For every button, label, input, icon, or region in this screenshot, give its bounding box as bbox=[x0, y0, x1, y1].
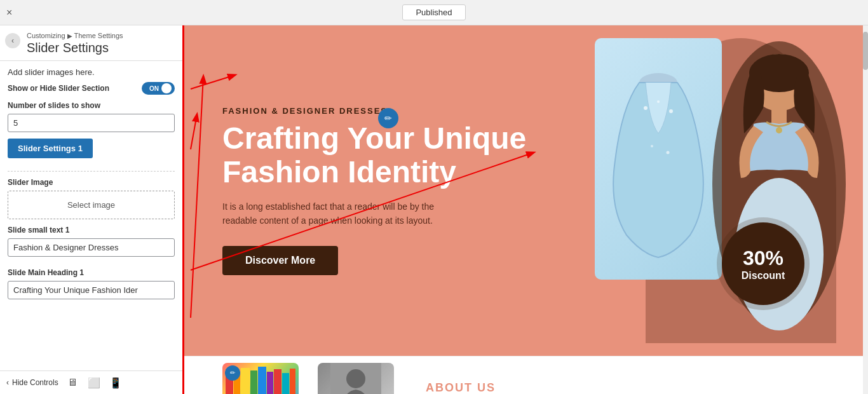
slide-small-text-input[interactable] bbox=[8, 238, 175, 257]
svg-rect-23 bbox=[282, 373, 289, 395]
breadcrumb-theme-settings[interactable]: Theme Settings bbox=[74, 32, 123, 39]
svg-rect-21 bbox=[267, 372, 273, 395]
bottom-controls-bar: ‹ Hide Controls 🖥 ⬜ 📱 bbox=[0, 370, 182, 394]
main-layout: ‹ Customizing ▶ Theme Settings Slider Se… bbox=[0, 25, 868, 394]
hide-controls-button[interactable]: ‹ Hide Controls bbox=[6, 378, 58, 387]
dress-svg bbox=[607, 57, 709, 261]
left-panel: ‹ Customizing ▶ Theme Settings Slider Se… bbox=[0, 25, 184, 394]
breadcrumb-separator: ▶ bbox=[67, 32, 72, 39]
svg-point-3 bbox=[669, 109, 673, 113]
slide-main-heading-label: Slide Main Heading 1 bbox=[8, 268, 175, 277]
silhouette-svg bbox=[330, 363, 381, 395]
back-button[interactable]: ‹ bbox=[5, 33, 20, 48]
slides-count-input[interactable] bbox=[8, 114, 175, 132]
about-us-section: ABOUT US bbox=[413, 381, 830, 394]
breadcrumb-customizing[interactable]: Customizing bbox=[27, 32, 65, 39]
colorful-thumbnail: ✏ bbox=[222, 363, 299, 395]
slide-main-heading-input[interactable] bbox=[8, 281, 175, 299]
slider-settings-1-button[interactable]: Slider Settings 1 bbox=[8, 139, 93, 158]
hero-section: ✏ FASHION & DESIGNER DRESSES Crafting Yo… bbox=[184, 25, 868, 356]
breadcrumb: Customizing ▶ Theme Settings bbox=[27, 32, 175, 39]
toggle-on-text: ON bbox=[149, 85, 159, 92]
svg-rect-18 bbox=[241, 368, 250, 395]
scrollbar-track bbox=[863, 25, 868, 394]
panel-header: ‹ Customizing ▶ Theme Settings Slider Se… bbox=[0, 25, 182, 61]
select-image-text: Select image bbox=[67, 200, 115, 210]
about-us-title: ABOUT US bbox=[426, 381, 830, 394]
select-image-button[interactable]: Select image bbox=[8, 191, 175, 219]
show-hide-label: Show or Hide Slider Section bbox=[8, 84, 109, 93]
add-slider-description: Add slider images here. bbox=[8, 67, 175, 77]
hide-controls-back-icon: ‹ bbox=[6, 378, 9, 387]
show-hide-toggle-row: Show or Hide Slider Section ON bbox=[8, 82, 175, 95]
svg-point-26 bbox=[346, 369, 365, 388]
mobile-view-icon[interactable]: 📱 bbox=[108, 375, 123, 390]
thumb-edit-icon[interactable]: ✏ bbox=[225, 365, 240, 381]
svg-rect-22 bbox=[274, 369, 281, 395]
svg-rect-24 bbox=[290, 369, 295, 395]
preview-area: ✏ FASHION & DESIGNER DRESSES Crafting Yo… bbox=[184, 25, 868, 394]
discount-text: Discount bbox=[742, 270, 785, 282]
panel-title: Slider Settings bbox=[27, 41, 175, 55]
svg-point-5 bbox=[667, 151, 670, 154]
back-icon: ‹ bbox=[11, 36, 14, 45]
discount-percent: 30% bbox=[743, 247, 783, 270]
scrollbar-thumb[interactable] bbox=[863, 32, 868, 70]
svg-line-13 bbox=[191, 114, 197, 149]
slider-image-label: Slider Image bbox=[8, 178, 175, 187]
slides-count-label: Number of slides to show bbox=[8, 101, 175, 110]
person-silhouette-image bbox=[318, 363, 394, 395]
hero-description: It is a long established fact that a rea… bbox=[222, 200, 464, 228]
hero-cta-button[interactable]: Discover More bbox=[222, 246, 338, 275]
top-bar: × Published bbox=[0, 0, 868, 25]
show-hide-toggle[interactable]: ON bbox=[142, 82, 175, 95]
discount-badge: 30% Discount bbox=[722, 222, 804, 305]
svg-line-15 bbox=[191, 76, 203, 318]
svg-point-2 bbox=[657, 100, 660, 103]
slide-small-text-label: Slide small text 1 bbox=[8, 226, 175, 234]
published-button[interactable]: Published bbox=[402, 4, 465, 20]
dress-image bbox=[595, 38, 722, 280]
svg-line-12 bbox=[191, 75, 235, 89]
svg-rect-20 bbox=[258, 367, 266, 395]
gray-thumbnail bbox=[318, 363, 394, 395]
hide-controls-label: Hide Controls bbox=[12, 378, 58, 387]
panel-content: Add slider images here. Show or Hide Sli… bbox=[0, 61, 182, 370]
section-divider bbox=[8, 171, 175, 172]
edit-hero-icon[interactable]: ✏ bbox=[378, 108, 398, 128]
toggle-circle bbox=[161, 83, 172, 93]
hero-content: FASHION & DESIGNER DRESSES Crafting Your… bbox=[222, 106, 553, 275]
tablet-view-icon[interactable]: ⬜ bbox=[86, 375, 102, 390]
bottom-section: ✏ bbox=[184, 356, 868, 394]
desktop-view-icon[interactable]: 🖥 bbox=[65, 375, 80, 390]
close-icon[interactable]: × bbox=[6, 7, 12, 18]
svg-point-1 bbox=[644, 106, 648, 110]
svg-point-4 bbox=[651, 145, 653, 147]
svg-rect-19 bbox=[250, 370, 257, 395]
svg-point-11 bbox=[776, 127, 782, 133]
hero-title: Crafting Your Unique Fashion Identity bbox=[222, 122, 553, 189]
